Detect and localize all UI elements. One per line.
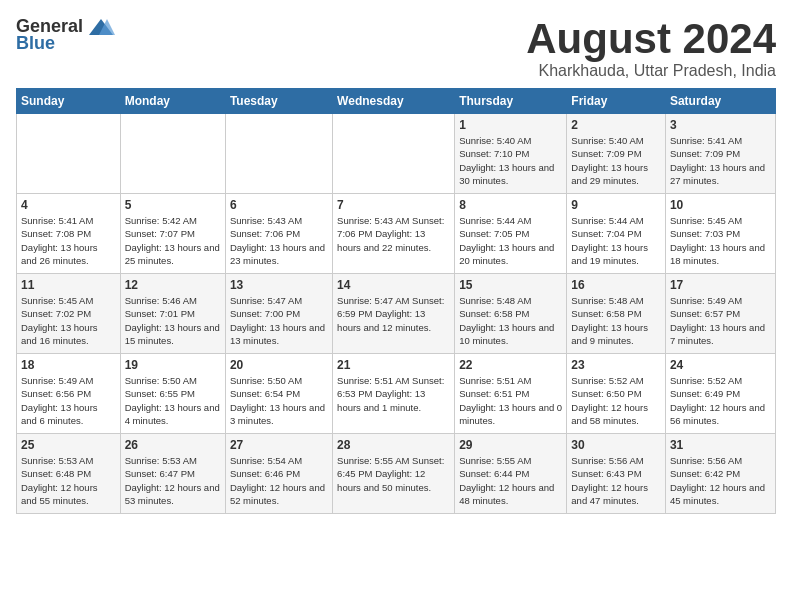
calendar-cell: 26Sunrise: 5:53 AM Sunset: 6:47 PM Dayli… bbox=[120, 434, 225, 514]
day-detail: Sunrise: 5:52 AM Sunset: 6:49 PM Dayligh… bbox=[670, 374, 771, 427]
calendar-cell: 31Sunrise: 5:56 AM Sunset: 6:42 PM Dayli… bbox=[665, 434, 775, 514]
day-detail: Sunrise: 5:55 AM Sunset: 6:44 PM Dayligh… bbox=[459, 454, 562, 507]
calendar-cell: 17Sunrise: 5:49 AM Sunset: 6:57 PM Dayli… bbox=[665, 274, 775, 354]
calendar-cell: 3Sunrise: 5:41 AM Sunset: 7:09 PM Daylig… bbox=[665, 114, 775, 194]
day-number: 2 bbox=[571, 118, 661, 132]
calendar-cell: 18Sunrise: 5:49 AM Sunset: 6:56 PM Dayli… bbox=[17, 354, 121, 434]
calendar-cell: 7Sunrise: 5:43 AM Sunset: 7:06 PM Daylig… bbox=[333, 194, 455, 274]
day-detail: Sunrise: 5:48 AM Sunset: 6:58 PM Dayligh… bbox=[571, 294, 661, 347]
calendar-cell: 19Sunrise: 5:50 AM Sunset: 6:55 PM Dayli… bbox=[120, 354, 225, 434]
day-detail: Sunrise: 5:55 AM Sunset: 6:45 PM Dayligh… bbox=[337, 454, 450, 494]
calendar-cell: 21Sunrise: 5:51 AM Sunset: 6:53 PM Dayli… bbox=[333, 354, 455, 434]
calendar-cell bbox=[333, 114, 455, 194]
day-number: 30 bbox=[571, 438, 661, 452]
day-detail: Sunrise: 5:53 AM Sunset: 6:48 PM Dayligh… bbox=[21, 454, 116, 507]
logo-blue-text: Blue bbox=[16, 33, 55, 54]
day-number: 29 bbox=[459, 438, 562, 452]
day-detail: Sunrise: 5:48 AM Sunset: 6:58 PM Dayligh… bbox=[459, 294, 562, 347]
calendar-cell: 28Sunrise: 5:55 AM Sunset: 6:45 PM Dayli… bbox=[333, 434, 455, 514]
day-number: 26 bbox=[125, 438, 221, 452]
calendar-cell: 29Sunrise: 5:55 AM Sunset: 6:44 PM Dayli… bbox=[455, 434, 567, 514]
day-number: 6 bbox=[230, 198, 328, 212]
title-block: August 2024 Kharkhauda, Uttar Pradesh, I… bbox=[526, 16, 776, 80]
col-header-monday: Monday bbox=[120, 89, 225, 114]
day-number: 21 bbox=[337, 358, 450, 372]
day-number: 4 bbox=[21, 198, 116, 212]
day-detail: Sunrise: 5:51 AM Sunset: 6:51 PM Dayligh… bbox=[459, 374, 562, 427]
day-number: 31 bbox=[670, 438, 771, 452]
calendar-cell: 14Sunrise: 5:47 AM Sunset: 6:59 PM Dayli… bbox=[333, 274, 455, 354]
calendar-cell: 22Sunrise: 5:51 AM Sunset: 6:51 PM Dayli… bbox=[455, 354, 567, 434]
day-number: 1 bbox=[459, 118, 562, 132]
day-number: 19 bbox=[125, 358, 221, 372]
day-number: 5 bbox=[125, 198, 221, 212]
calendar-cell: 20Sunrise: 5:50 AM Sunset: 6:54 PM Dayli… bbox=[225, 354, 332, 434]
day-number: 7 bbox=[337, 198, 450, 212]
day-detail: Sunrise: 5:56 AM Sunset: 6:42 PM Dayligh… bbox=[670, 454, 771, 507]
calendar-cell: 25Sunrise: 5:53 AM Sunset: 6:48 PM Dayli… bbox=[17, 434, 121, 514]
col-header-friday: Friday bbox=[567, 89, 666, 114]
day-detail: Sunrise: 5:44 AM Sunset: 7:04 PM Dayligh… bbox=[571, 214, 661, 267]
day-number: 11 bbox=[21, 278, 116, 292]
day-detail: Sunrise: 5:49 AM Sunset: 6:57 PM Dayligh… bbox=[670, 294, 771, 347]
day-number: 10 bbox=[670, 198, 771, 212]
calendar-cell bbox=[120, 114, 225, 194]
day-number: 27 bbox=[230, 438, 328, 452]
calendar-cell: 16Sunrise: 5:48 AM Sunset: 6:58 PM Dayli… bbox=[567, 274, 666, 354]
day-number: 20 bbox=[230, 358, 328, 372]
day-detail: Sunrise: 5:50 AM Sunset: 6:55 PM Dayligh… bbox=[125, 374, 221, 427]
day-detail: Sunrise: 5:49 AM Sunset: 6:56 PM Dayligh… bbox=[21, 374, 116, 427]
day-detail: Sunrise: 5:44 AM Sunset: 7:05 PM Dayligh… bbox=[459, 214, 562, 267]
calendar-cell: 2Sunrise: 5:40 AM Sunset: 7:09 PM Daylig… bbox=[567, 114, 666, 194]
day-detail: Sunrise: 5:43 AM Sunset: 7:06 PM Dayligh… bbox=[337, 214, 450, 254]
calendar-cell: 10Sunrise: 5:45 AM Sunset: 7:03 PM Dayli… bbox=[665, 194, 775, 274]
calendar-cell bbox=[225, 114, 332, 194]
logo-icon bbox=[87, 17, 115, 37]
calendar-cell: 9Sunrise: 5:44 AM Sunset: 7:04 PM Daylig… bbox=[567, 194, 666, 274]
day-number: 14 bbox=[337, 278, 450, 292]
col-header-wednesday: Wednesday bbox=[333, 89, 455, 114]
calendar-cell: 30Sunrise: 5:56 AM Sunset: 6:43 PM Dayli… bbox=[567, 434, 666, 514]
col-header-sunday: Sunday bbox=[17, 89, 121, 114]
day-detail: Sunrise: 5:47 AM Sunset: 7:00 PM Dayligh… bbox=[230, 294, 328, 347]
day-number: 25 bbox=[21, 438, 116, 452]
calendar-cell: 6Sunrise: 5:43 AM Sunset: 7:06 PM Daylig… bbox=[225, 194, 332, 274]
day-number: 3 bbox=[670, 118, 771, 132]
day-number: 12 bbox=[125, 278, 221, 292]
col-header-tuesday: Tuesday bbox=[225, 89, 332, 114]
day-number: 17 bbox=[670, 278, 771, 292]
calendar-cell: 1Sunrise: 5:40 AM Sunset: 7:10 PM Daylig… bbox=[455, 114, 567, 194]
day-detail: Sunrise: 5:41 AM Sunset: 7:08 PM Dayligh… bbox=[21, 214, 116, 267]
day-detail: Sunrise: 5:45 AM Sunset: 7:03 PM Dayligh… bbox=[670, 214, 771, 267]
day-detail: Sunrise: 5:47 AM Sunset: 6:59 PM Dayligh… bbox=[337, 294, 450, 334]
calendar-cell: 27Sunrise: 5:54 AM Sunset: 6:46 PM Dayli… bbox=[225, 434, 332, 514]
calendar-cell: 11Sunrise: 5:45 AM Sunset: 7:02 PM Dayli… bbox=[17, 274, 121, 354]
day-detail: Sunrise: 5:40 AM Sunset: 7:10 PM Dayligh… bbox=[459, 134, 562, 187]
day-number: 13 bbox=[230, 278, 328, 292]
calendar-cell bbox=[17, 114, 121, 194]
day-detail: Sunrise: 5:50 AM Sunset: 6:54 PM Dayligh… bbox=[230, 374, 328, 427]
calendar-title: August 2024 bbox=[526, 16, 776, 62]
day-number: 18 bbox=[21, 358, 116, 372]
calendar-cell: 15Sunrise: 5:48 AM Sunset: 6:58 PM Dayli… bbox=[455, 274, 567, 354]
day-number: 24 bbox=[670, 358, 771, 372]
day-detail: Sunrise: 5:41 AM Sunset: 7:09 PM Dayligh… bbox=[670, 134, 771, 187]
calendar-cell: 23Sunrise: 5:52 AM Sunset: 6:50 PM Dayli… bbox=[567, 354, 666, 434]
col-header-thursday: Thursday bbox=[455, 89, 567, 114]
day-detail: Sunrise: 5:56 AM Sunset: 6:43 PM Dayligh… bbox=[571, 454, 661, 507]
day-number: 22 bbox=[459, 358, 562, 372]
day-number: 16 bbox=[571, 278, 661, 292]
calendar-location: Kharkhauda, Uttar Pradesh, India bbox=[526, 62, 776, 80]
page-header: General Blue August 2024 Kharkhauda, Utt… bbox=[16, 16, 776, 80]
col-header-saturday: Saturday bbox=[665, 89, 775, 114]
calendar-table: SundayMondayTuesdayWednesdayThursdayFrid… bbox=[16, 88, 776, 514]
day-detail: Sunrise: 5:54 AM Sunset: 6:46 PM Dayligh… bbox=[230, 454, 328, 507]
day-detail: Sunrise: 5:42 AM Sunset: 7:07 PM Dayligh… bbox=[125, 214, 221, 267]
day-detail: Sunrise: 5:40 AM Sunset: 7:09 PM Dayligh… bbox=[571, 134, 661, 187]
day-number: 9 bbox=[571, 198, 661, 212]
calendar-cell: 13Sunrise: 5:47 AM Sunset: 7:00 PM Dayli… bbox=[225, 274, 332, 354]
logo: General Blue bbox=[16, 16, 115, 54]
day-detail: Sunrise: 5:52 AM Sunset: 6:50 PM Dayligh… bbox=[571, 374, 661, 427]
day-detail: Sunrise: 5:43 AM Sunset: 7:06 PM Dayligh… bbox=[230, 214, 328, 267]
day-number: 8 bbox=[459, 198, 562, 212]
